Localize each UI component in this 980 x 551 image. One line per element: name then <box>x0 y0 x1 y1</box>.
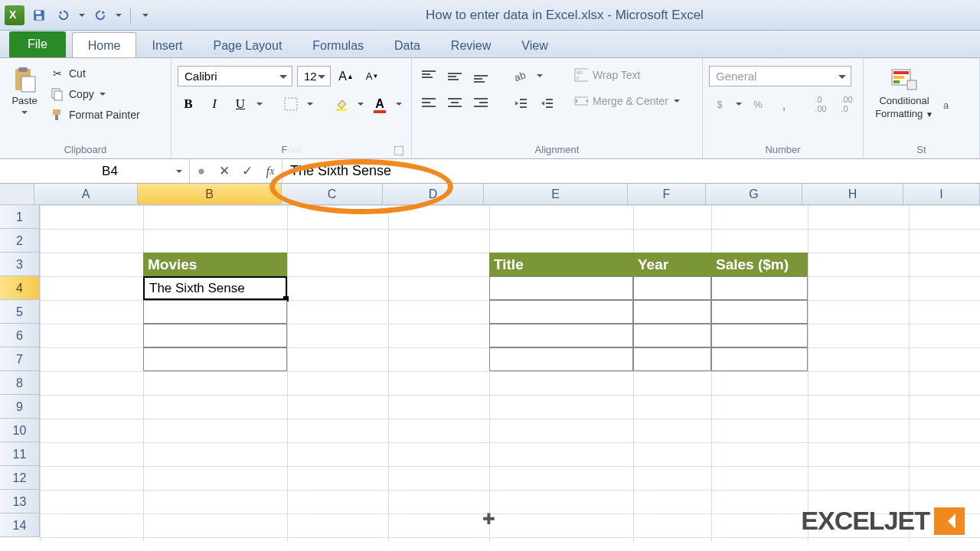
decrease-decimal-icon[interactable]: .00.0 <box>836 94 858 114</box>
cell-b6[interactable] <box>143 324 287 347</box>
align-center-icon[interactable] <box>444 93 466 113</box>
row-header-6[interactable]: 6 <box>0 324 40 347</box>
cell-g4[interactable] <box>711 276 808 300</box>
cell-b4-active[interactable]: The Sixth Sense <box>143 276 287 300</box>
paste-dropdown-icon[interactable] <box>21 108 28 117</box>
align-bottom-icon[interactable] <box>470 66 492 86</box>
align-right-icon[interactable] <box>470 93 492 113</box>
confirm-check-icon[interactable]: ✓ <box>236 160 259 183</box>
excel-logo-icon[interactable] <box>5 5 24 25</box>
cell-e3-header[interactable]: Title <box>489 253 633 276</box>
merge-center-button[interactable]: Merge & Center <box>571 92 684 110</box>
cell-f5[interactable] <box>633 300 711 324</box>
tab-page-layout[interactable]: Page Layout <box>198 33 297 57</box>
cell-f3-header[interactable]: Year <box>633 253 711 276</box>
font-launcher-icon[interactable] <box>394 146 403 155</box>
cell-b5[interactable] <box>143 300 287 324</box>
cell-b3-header[interactable]: Movies <box>143 253 287 276</box>
col-header-G[interactable]: G <box>706 184 802 205</box>
increase-font-icon[interactable]: A▲ <box>335 67 357 86</box>
row-header-5[interactable]: 5 <box>0 300 40 324</box>
cell-f4[interactable] <box>633 276 711 300</box>
cell-g7[interactable] <box>711 347 808 371</box>
orientation-icon[interactable]: ab <box>510 66 531 86</box>
undo-dropdown-icon[interactable] <box>78 11 86 20</box>
align-middle-icon[interactable] <box>444 66 466 86</box>
cell-e5[interactable] <box>489 300 633 324</box>
row-header-9[interactable]: 9 <box>0 395 40 419</box>
col-header-B[interactable]: B <box>138 184 282 205</box>
col-header-F[interactable]: F <box>628 184 706 205</box>
number-format-select[interactable]: General <box>709 66 851 86</box>
tab-formulas[interactable]: Formulas <box>297 33 379 57</box>
conditional-formatting-button[interactable]: Conditional Formatting ▼ <box>870 61 939 119</box>
cell-f7[interactable] <box>633 347 711 371</box>
underline-dropdown-icon[interactable] <box>256 99 263 109</box>
increase-indent-icon[interactable] <box>536 93 557 113</box>
row-header-4[interactable]: 4 <box>0 276 40 300</box>
redo-icon[interactable] <box>90 5 110 25</box>
fill-dropdown-icon[interactable] <box>357 99 364 109</box>
orientation-dropdown-icon[interactable] <box>536 71 544 80</box>
save-icon[interactable] <box>29 5 49 25</box>
row-header-8[interactable]: 8 <box>0 371 40 395</box>
format-painter-button[interactable]: Format Painter <box>47 106 143 124</box>
tab-home[interactable]: Home <box>72 32 137 57</box>
fill-color-icon[interactable] <box>331 94 352 114</box>
tab-data[interactable]: Data <box>379 33 436 57</box>
col-header-C[interactable]: C <box>282 184 383 205</box>
font-size-select[interactable]: 12 <box>297 66 331 86</box>
copy-dropdown-icon[interactable] <box>99 90 106 99</box>
cell-e4[interactable] <box>489 276 633 300</box>
cell-f6[interactable] <box>633 324 711 347</box>
cell-b7[interactable] <box>143 347 287 371</box>
bold-button[interactable]: B <box>178 94 199 114</box>
row-header-10[interactable]: 10 <box>0 419 40 442</box>
col-header-E[interactable]: E <box>484 184 628 205</box>
align-top-icon[interactable] <box>418 66 439 86</box>
cell-e7[interactable] <box>489 347 633 371</box>
tab-view[interactable]: View <box>506 33 563 57</box>
underline-button[interactable]: U <box>230 94 251 114</box>
font-color-icon[interactable]: A <box>369 94 390 114</box>
wrap-text-button[interactable]: abc Wrap Text <box>571 66 684 84</box>
cell-e6[interactable] <box>489 324 633 347</box>
cell-g5[interactable] <box>711 300 808 324</box>
cancel-edit-icon[interactable]: ● <box>190 160 213 183</box>
col-header-I[interactable]: I <box>903 184 980 205</box>
copy-button[interactable]: Copy <box>47 85 143 103</box>
formula-input[interactable]: The Sixth Sense <box>283 159 980 183</box>
name-box[interactable]: B4 <box>0 159 190 183</box>
borders-dropdown-icon[interactable] <box>306 99 314 109</box>
redo-dropdown-icon[interactable] <box>115 11 122 20</box>
fx-icon[interactable]: fx <box>259 160 282 183</box>
row-header-1[interactable]: 1 <box>0 205 40 229</box>
tab-review[interactable]: Review <box>436 33 506 57</box>
row-header-3[interactable]: 3 <box>0 253 40 276</box>
row-header-12[interactable]: 12 <box>0 466 40 490</box>
merge-dropdown-icon[interactable] <box>673 96 681 106</box>
cell-g3-header[interactable]: Sales ($m) <box>711 253 808 276</box>
col-header-A[interactable]: A <box>34 184 138 205</box>
comma-icon[interactable]: , <box>773 94 795 114</box>
font-name-select[interactable]: Calibri <box>178 66 292 86</box>
row-header-13[interactable]: 13 <box>0 490 40 514</box>
row-header-7[interactable]: 7 <box>0 347 40 371</box>
italic-button[interactable]: I <box>204 94 225 114</box>
col-header-D[interactable]: D <box>383 184 484 205</box>
cancel-x-icon[interactable]: ✕ <box>213 160 236 183</box>
align-left-icon[interactable] <box>418 93 439 113</box>
paste-button[interactable]: Paste <box>6 61 43 117</box>
percent-icon[interactable]: % <box>747 94 769 114</box>
borders-icon[interactable] <box>280 94 302 114</box>
row-header-2[interactable]: 2 <box>0 229 40 253</box>
fontcolor-dropdown-icon[interactable] <box>395 99 403 109</box>
col-header-H[interactable]: H <box>802 184 903 205</box>
decrease-indent-icon[interactable] <box>510 93 531 113</box>
row-header-11[interactable]: 11 <box>0 442 40 466</box>
qat-customize-icon[interactable] <box>142 11 149 20</box>
namebox-dropdown-icon[interactable] <box>175 167 183 176</box>
undo-icon[interactable] <box>54 5 74 25</box>
increase-decimal-icon[interactable]: .0.00 <box>810 94 831 114</box>
cut-button[interactable]: ✂ Cut <box>47 64 143 83</box>
